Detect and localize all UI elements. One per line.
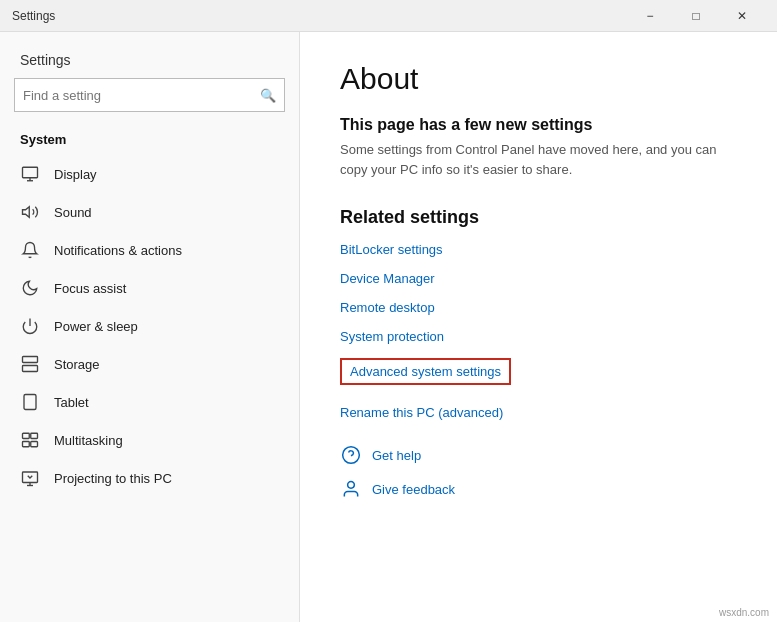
info-box: This page has a few new settings Some se…	[340, 116, 737, 179]
svg-point-18	[343, 447, 360, 464]
sidebar-item-display-label: Display	[54, 167, 97, 182]
help-icon	[340, 444, 362, 466]
maximize-button[interactable]: □	[673, 0, 719, 32]
device-manager-link[interactable]: Device Manager	[340, 271, 737, 286]
system-protection-link[interactable]: System protection	[340, 329, 737, 344]
watermark: wsxdn.com	[719, 607, 769, 618]
sidebar-item-notifications-label: Notifications & actions	[54, 243, 182, 258]
bell-icon	[20, 240, 40, 260]
sidebar-item-projecting[interactable]: Projecting to this PC	[0, 459, 299, 497]
remote-desktop-link[interactable]: Remote desktop	[340, 300, 737, 315]
sidebar-item-display[interactable]: Display	[0, 155, 299, 193]
svg-rect-14	[31, 442, 38, 447]
sidebar-item-storage[interactable]: Storage	[0, 345, 299, 383]
svg-rect-12	[31, 433, 38, 438]
sidebar-item-multitasking-label: Multitasking	[54, 433, 123, 448]
page-title: About	[340, 62, 737, 96]
close-button[interactable]: ✕	[719, 0, 765, 32]
search-icon: 🔍	[260, 88, 276, 103]
bitlocker-link[interactable]: BitLocker settings	[340, 242, 737, 257]
info-text: Some settings from Control Panel have mo…	[340, 140, 737, 179]
sidebar-title: Settings	[0, 32, 299, 78]
svg-rect-6	[23, 366, 38, 372]
sidebar-item-focus-label: Focus assist	[54, 281, 126, 296]
power-icon	[20, 316, 40, 336]
info-heading: This page has a few new settings	[340, 116, 737, 134]
sidebar-item-power[interactable]: Power & sleep	[0, 307, 299, 345]
bottom-links: Get help Give feedback	[340, 444, 737, 500]
rename-pc-link[interactable]: Rename this PC (advanced)	[340, 405, 737, 420]
minimize-button[interactable]: −	[627, 0, 673, 32]
feedback-icon	[340, 478, 362, 500]
sidebar-item-tablet[interactable]: Tablet	[0, 383, 299, 421]
related-settings-title: Related settings	[340, 207, 737, 228]
tablet-icon	[20, 392, 40, 412]
sidebar-item-sound[interactable]: Sound	[0, 193, 299, 231]
svg-rect-0	[23, 167, 38, 178]
give-feedback-label: Give feedback	[372, 482, 455, 497]
sidebar-item-storage-label: Storage	[54, 357, 100, 372]
storage-icon	[20, 354, 40, 374]
sidebar-item-focus[interactable]: Focus assist	[0, 269, 299, 307]
sidebar-item-tablet-label: Tablet	[54, 395, 89, 410]
multitask-icon	[20, 430, 40, 450]
display-icon	[20, 164, 40, 184]
title-bar: Settings − □ ✕	[0, 0, 777, 32]
app-title: Settings	[12, 9, 55, 23]
moon-icon	[20, 278, 40, 298]
svg-rect-11	[23, 433, 30, 438]
svg-rect-5	[23, 357, 38, 363]
sidebar-item-sound-label: Sound	[54, 205, 92, 220]
sidebar-item-power-label: Power & sleep	[54, 319, 138, 334]
sidebar-item-projecting-label: Projecting to this PC	[54, 471, 172, 486]
get-help-label: Get help	[372, 448, 421, 463]
svg-point-20	[348, 482, 355, 489]
give-feedback-item[interactable]: Give feedback	[340, 478, 737, 500]
svg-rect-9	[24, 395, 36, 410]
main-container: Settings 🔍 System Display Sound Notifica	[0, 32, 777, 622]
content-area: About This page has a few new settings S…	[300, 32, 777, 622]
window-controls: − □ ✕	[627, 0, 765, 32]
sidebar-item-notifications[interactable]: Notifications & actions	[0, 231, 299, 269]
search-box[interactable]: 🔍	[14, 78, 285, 112]
advanced-system-link[interactable]: Advanced system settings	[340, 358, 511, 385]
search-input[interactable]	[23, 88, 260, 103]
sidebar-section-label: System	[0, 124, 299, 155]
svg-marker-3	[23, 207, 30, 218]
sound-icon	[20, 202, 40, 222]
svg-rect-13	[23, 442, 30, 447]
sidebar-item-multitasking[interactable]: Multitasking	[0, 421, 299, 459]
sidebar: Settings 🔍 System Display Sound Notifica	[0, 32, 300, 622]
get-help-item[interactable]: Get help	[340, 444, 737, 466]
project-icon	[20, 468, 40, 488]
